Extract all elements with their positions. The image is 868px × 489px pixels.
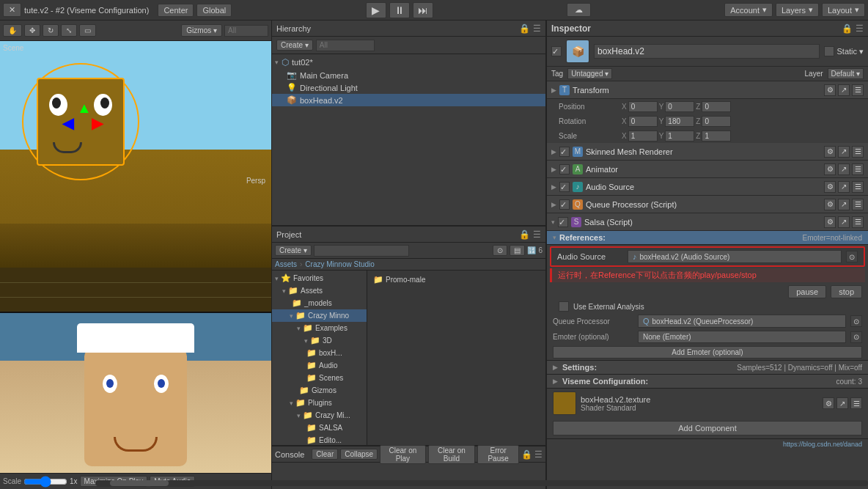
tree-item-salsa[interactable]: 📁 SALSA [272, 422, 367, 434]
breadcrumb-assets[interactable]: Assets [275, 260, 297, 268]
hierarchy-item-selected[interactable]: 📦 boxHead.v2 [272, 94, 545, 106]
texture-menu-icon[interactable]: ☰ [850, 397, 862, 409]
audio-settings-icon[interactable]: ⚙ [824, 181, 836, 193]
transform-menu-icon[interactable]: ☰ [852, 84, 864, 96]
tree-item-examples[interactable]: ▾ 📁 Examples [272, 322, 367, 334]
close-button[interactable]: ✕ [3, 3, 21, 17]
console-clear-button[interactable]: Clear [312, 449, 338, 460]
use-external-checkbox[interactable] [559, 301, 569, 312]
pause-button[interactable]: pause [788, 285, 826, 298]
queue-processor-pick-button[interactable]: ⊙ [850, 315, 862, 327]
settings-row[interactable]: ▶ Settings: Samples=512 | Dynamics=off |… [547, 360, 868, 374]
animator-menu-icon[interactable]: ☰ [852, 163, 864, 175]
tree-item-audio[interactable]: 📁 Audio [272, 359, 367, 372]
static-toggle[interactable]: Static ▾ [824, 46, 864, 56]
queue-active-checkbox[interactable]: ✓ [559, 199, 570, 210]
hierarchy-menu-icon[interactable]: ☰ [533, 23, 541, 34]
tree-item-models[interactable]: 📁 _models [272, 297, 367, 309]
queue-menu-icon[interactable]: ☰ [852, 199, 864, 210]
queue-expand-icon[interactable]: ↗ [838, 199, 850, 210]
inspector-lock-icon[interactable]: 🔒 [842, 23, 853, 34]
project-create-button[interactable]: Create ▾ [275, 245, 312, 256]
tree-item-editor[interactable]: 📁 Edito... [272, 434, 367, 445]
layer-dropdown[interactable]: Default ▾ [828, 68, 864, 79]
tree-item-gizmos[interactable]: 📁 Gizmos [272, 384, 367, 397]
static-checkbox[interactable] [824, 46, 834, 56]
hierarchy-search-input[interactable] [316, 40, 375, 51]
queue-settings-icon[interactable]: ⚙ [824, 199, 836, 210]
hand-tool[interactable]: ✋ [3, 24, 22, 37]
smr-active-checkbox[interactable]: ✓ [559, 147, 570, 157]
global-button[interactable]: Global [196, 4, 232, 17]
rotation-x-input[interactable] [628, 116, 658, 127]
stop-button[interactable]: stop [831, 285, 862, 298]
hierarchy-item[interactable]: ▾ ⬡ tut02* [272, 56, 545, 69]
console-error-pause-button[interactable]: Error Pause [477, 445, 519, 464]
animator-expand-icon[interactable]: ↗ [838, 163, 850, 175]
texture-expand-icon[interactable]: ↗ [836, 397, 848, 409]
salsa-menu-icon[interactable]: ☰ [852, 216, 864, 228]
tree-item-3d[interactable]: ▾ 📁 3D [272, 334, 367, 347]
project-lock-icon[interactable]: 🔒 [519, 229, 530, 240]
hierarchy-create-button[interactable]: Create ▾ [276, 40, 313, 51]
audio-menu-icon[interactable]: ☰ [852, 181, 864, 193]
scale-tool[interactable]: ⤡ [61, 24, 77, 37]
project-menu-icon[interactable]: ☰ [533, 229, 541, 240]
project-filter-button[interactable]: ⊙ [493, 245, 507, 256]
project-search-input[interactable] [314, 245, 409, 257]
audio-active-checkbox[interactable]: ✓ [559, 182, 570, 192]
console-lock-icon[interactable]: 🔒 [521, 449, 532, 460]
play-button[interactable]: ▶ [366, 2, 386, 18]
tree-item-plugins[interactable]: ▾ 📁 Plugins [272, 397, 367, 409]
scale-y-input[interactable] [665, 130, 694, 141]
smr-expand-icon[interactable]: ↗ [838, 146, 850, 158]
tree-item-crazy-minnow[interactable]: ▾ 📁 Crazy Minno [272, 309, 367, 322]
layout-dropdown[interactable]: Layout ▾ [822, 3, 865, 17]
hierarchy-lock-icon[interactable]: 🔒 [519, 23, 530, 34]
tree-item-favorites[interactable]: ▾ ⭐ Favorites [272, 272, 367, 284]
tree-item-scenes[interactable]: 📁 Scenes [272, 372, 367, 384]
smr-menu-icon[interactable]: ☰ [852, 146, 864, 158]
transform-expand-icon[interactable]: ↗ [838, 84, 850, 96]
static-dropdown-icon[interactable]: ▾ [859, 47, 864, 56]
position-z-input[interactable] [702, 101, 731, 112]
audio-expand-icon[interactable]: ↗ [838, 181, 850, 193]
hierarchy-item[interactable]: 💡 Directional Light [272, 81, 545, 94]
add-emoter-button[interactable]: Add Emoter (optional) [553, 346, 862, 359]
console-clear-on-build-button[interactable]: Clear on Build [428, 445, 476, 464]
rect-tool[interactable]: ▭ [79, 24, 96, 37]
scale-slider[interactable] [23, 477, 67, 486]
rotation-y-input[interactable] [665, 116, 694, 127]
gizmos-dropdown[interactable]: Gizmos ▾ [181, 24, 222, 37]
project-file-item[interactable]: 📁 Promo-male [370, 273, 542, 286]
salsa-settings-icon[interactable]: ⚙ [824, 216, 836, 228]
tree-item-crazy-mi[interactable]: ▾ 📁 Crazy Mi... [272, 409, 367, 422]
hierarchy-item[interactable]: 📷 Main Camera [272, 69, 545, 81]
salsa-active-checkbox[interactable]: ✓ [558, 217, 568, 227]
breadcrumb-crazy-minnow[interactable]: Crazy Minnow Studio [305, 260, 374, 268]
smr-settings-icon[interactable]: ⚙ [824, 146, 836, 158]
tree-item-boxh[interactable]: 📁 boxH... [272, 347, 367, 359]
viseme-config-row[interactable]: ▶ Viseme Configuration: count: 3 [547, 374, 868, 388]
rotate-tool[interactable]: ↻ [43, 24, 59, 37]
step-button[interactable]: ⏭ [413, 2, 433, 18]
position-y-input[interactable] [665, 101, 694, 112]
emoter-pick-button[interactable]: ⊙ [850, 331, 862, 343]
console-clear-on-play-button[interactable]: Clear on Play [380, 445, 425, 464]
inspector-menu-icon[interactable]: ☰ [856, 23, 864, 34]
animator-settings-icon[interactable]: ⚙ [824, 163, 836, 175]
console-menu-icon[interactable]: ☰ [534, 449, 542, 460]
animator-active-checkbox[interactable]: ✓ [559, 164, 570, 174]
scene-search-input[interactable] [224, 25, 268, 37]
scale-z-input[interactable] [702, 130, 731, 141]
move-tool[interactable]: ✥ [24, 24, 40, 37]
audio-source-pick-button[interactable]: ⊙ [846, 251, 858, 262]
scale-x-input[interactable] [628, 130, 658, 141]
cloud-button[interactable]: ☁ [567, 3, 591, 17]
salsa-expand-icon[interactable]: ↗ [838, 216, 850, 228]
account-dropdown[interactable]: Account ▾ [724, 3, 773, 17]
add-component-button[interactable]: Add Component [553, 421, 862, 435]
tag-dropdown[interactable]: Untagged ▾ [567, 68, 612, 79]
transform-settings-icon[interactable]: ⚙ [824, 84, 836, 96]
center-button[interactable]: Center [158, 4, 194, 17]
